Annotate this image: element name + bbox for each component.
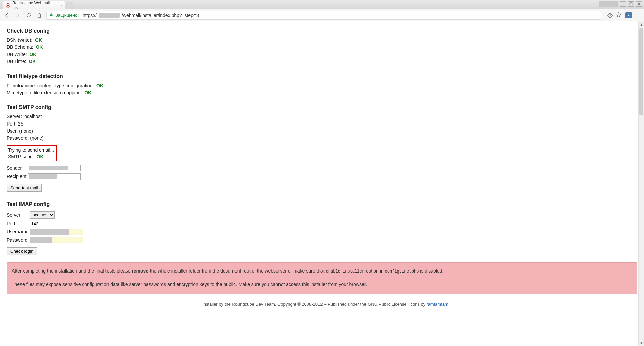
footer-separator [7,299,637,299]
famfamfam-link[interactable]: famfamfam [427,302,448,307]
heading-db-config: Check DB config [7,27,644,35]
reload-button[interactable] [25,12,32,19]
fileinfo-line: Fileinfo/mime_content_type configuration… [7,82,644,89]
svg-rect-1 [50,15,53,16]
obfuscated-block [599,1,618,7]
heading-imap: Test IMAP config [7,200,644,208]
close-window-button[interactable]: ✕ [636,1,642,7]
send-test-mail-button[interactable]: Send test mail [7,184,42,192]
heading-filetype: Test filetype detection [7,72,644,80]
obfuscated-value [29,174,57,179]
tab-close-icon[interactable]: × [60,3,63,8]
smtp-user-line: User: (none) [7,128,644,134]
imap-server-label: Server [7,211,30,219]
smtp-attempt-text: Trying to send email... [8,147,54,153]
obfuscated-value [30,229,69,235]
recipient-label: Recipient [7,172,28,180]
vertical-scrollbar[interactable]: ▲ ▼ [638,21,644,346]
svg-point-2 [638,13,638,13]
warning-box: After completing the installation and th… [7,262,637,294]
chrome-tab-strip: Roundcube Webmail Inst × ⎯ ❐ ✕ [0,0,644,9]
imap-fields-table: Server localhost Port Username [7,211,84,244]
check-login-button[interactable]: Check login [7,247,37,255]
imap-username-label: Username [7,228,30,236]
key-icon[interactable]: ⚿ [606,12,613,19]
window-controls: ⎯ ❐ ✕ [599,1,642,7]
tab-title: Roundcube Webmail Inst [12,1,57,10]
imap-username-input[interactable] [30,229,83,235]
secure-label: Защищено [55,13,77,18]
url-separator: | [79,13,81,18]
obfuscated-value [30,237,52,243]
mimeext-line: Mimetype to file extension mapping: OK [7,89,644,96]
scroll-up-icon[interactable]: ▲ [639,21,644,27]
scroll-down-icon[interactable]: ▼ [639,340,644,346]
autofill-region [52,237,83,243]
favicon-icon [6,3,10,8]
footer-line: Installer by the Roundcube Dev Team. Cop… [7,301,644,308]
recipient-input[interactable] [28,173,81,180]
extension-icon[interactable]: ★ [625,12,632,18]
sender-label: Sender [7,164,28,172]
back-button[interactable] [3,12,11,19]
minimize-button[interactable]: ⎯ [620,1,626,7]
url-suffix: /webmail/installer/index.php?_step=3 [122,13,199,18]
scroll-thumb[interactable] [639,28,643,115]
imap-server-select[interactable]: localhost [30,211,55,219]
imap-password-label: Password [7,236,30,244]
autofill-region [69,229,83,235]
smtp-server-line: Server: localhost [7,113,644,120]
forward-button[interactable] [14,12,22,19]
obfuscated-value [29,166,68,170]
lock-icon [49,13,53,18]
imap-port-input[interactable] [30,220,83,227]
smtp-fields-table: Sender Recipient [7,164,82,181]
svg-point-3 [638,14,638,15]
page-viewport: Check DB config DSN (write): OK DB Schem… [0,21,644,346]
db-write-line: DB Write: OK [7,51,644,58]
heading-smtp: Test SMTP config [7,103,644,111]
db-dsn-line: DSN (write): OK [7,37,644,43]
db-schema-line: DB Schema: OK [7,44,644,50]
imap-port-label: Port [7,219,30,228]
svg-point-4 [638,16,638,16]
smtp-attempt-highlight: Trying to send email... SMTP send: OK [7,145,57,162]
home-button[interactable] [36,12,43,19]
maximize-button[interactable]: ❐ [628,1,634,7]
url-prefix: https:// [83,13,97,18]
menu-icon[interactable] [635,12,641,18]
sender-input[interactable] [28,165,81,171]
warning-line1: After completing the installation and th… [12,267,632,276]
new-tab-button[interactable] [66,2,73,9]
toolbar-right: ⚿ ★ [608,12,641,19]
db-time-line: DB Time: OK [7,58,644,65]
smtp-password-line: Password: (none) [7,135,644,141]
smtp-port-line: Port: 25 [7,120,644,127]
warning-line2: These files may expose sensitive configu… [12,280,632,289]
smtp-send-line: SMTP send: OK [8,153,54,160]
url-input[interactable]: Защищено | https:///webmail/installer/in… [46,11,601,20]
address-bar: Защищено | https:///webmail/installer/in… [0,9,644,21]
obfuscated-host [99,13,120,18]
bookmark-star-icon[interactable] [616,12,622,19]
imap-password-input[interactable] [30,237,83,243]
browser-tab[interactable]: Roundcube Webmail Inst × [3,1,65,9]
